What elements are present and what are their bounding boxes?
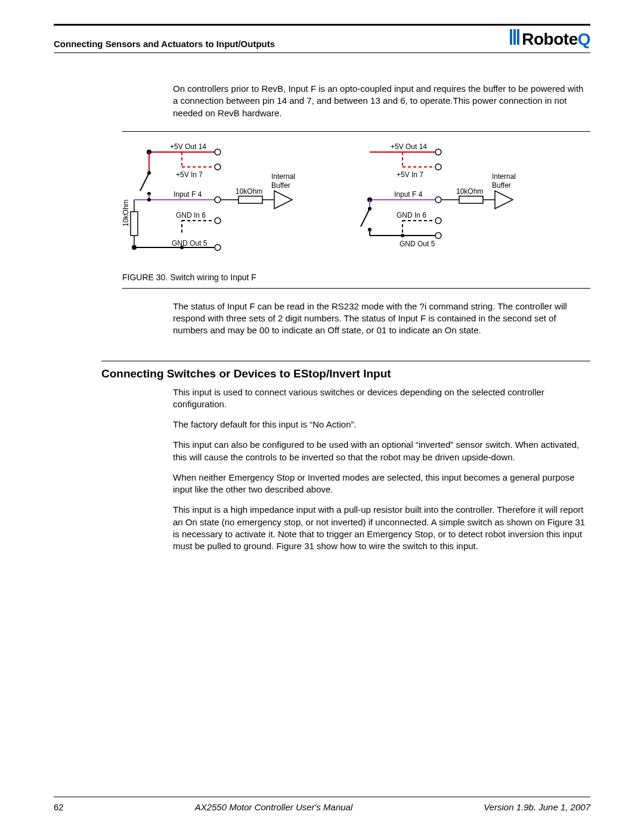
paragraph: On controllers prior to RevB, Input F is… — [173, 83, 590, 119]
svg-point-10 — [215, 197, 221, 203]
svg-rect-0 — [510, 29, 512, 45]
svg-point-33 — [435, 149, 441, 155]
svg-rect-40 — [459, 196, 483, 203]
label: GND In 6 — [397, 211, 426, 219]
label: GND In 6 — [176, 211, 206, 219]
label: 10kOhm — [236, 187, 262, 196]
label: +5V Out 14 — [391, 143, 427, 151]
header-bar: Connecting Sensors and Actuators to Inpu… — [54, 24, 590, 53]
label: 10kOhm — [456, 187, 483, 196]
section-header: Connecting Switches or Devices to EStop/… — [101, 361, 590, 380]
svg-line-23 — [140, 173, 149, 191]
paragraph: The status of Input F can be read in the… — [173, 301, 590, 337]
label: +5V In 7 — [176, 171, 203, 179]
content-area: On controllers prior to RevB, Input F is… — [54, 83, 590, 552]
svg-point-47 — [435, 233, 441, 239]
svg-marker-14 — [274, 191, 292, 209]
logo: RoboteQ — [510, 29, 590, 49]
svg-point-36 — [435, 164, 441, 170]
svg-line-51 — [361, 209, 370, 227]
label: GND Out 5 — [172, 239, 208, 247]
svg-rect-1 — [513, 29, 516, 45]
paragraph: When neither Emergency Stop or Inverted … — [173, 472, 590, 496]
schematic-svg: +5V Out 14 +5V In 7 Input F 4 10kOhm Int… — [122, 140, 564, 265]
paragraph: The factory default for this input is “N… — [173, 419, 590, 431]
paragraph: This input is used to connect various sw… — [173, 386, 590, 411]
label: Input F 4 — [174, 190, 202, 199]
page-number: 62 — [54, 802, 64, 812]
header-section-title: Connecting Sensors and Actuators to Inpu… — [54, 39, 275, 49]
svg-point-8 — [215, 164, 221, 170]
logo-bars-icon — [510, 29, 521, 49]
svg-point-31 — [147, 198, 151, 202]
svg-point-38 — [435, 197, 441, 203]
page: Connecting Sensors and Actuators to Inpu… — [0, 0, 644, 833]
footer-title: AX2550 Motor Controller User's Manual — [195, 802, 353, 812]
paragraph: This input can also be configured to be … — [173, 439, 590, 463]
label: Internal — [271, 172, 295, 181]
svg-point-52 — [368, 207, 371, 210]
svg-point-4 — [215, 149, 221, 155]
label: +5V Out 14 — [170, 143, 206, 151]
svg-point-24 — [147, 171, 151, 175]
footer: 62 AX2550 Motor Controller User's Manual… — [54, 797, 590, 812]
label: Internal — [492, 172, 516, 181]
section-heading: Connecting Switches or Devices to EStop/… — [101, 367, 590, 380]
logo-text-q: Q — [578, 30, 590, 49]
paragraph: This input is a high impedance input wit… — [173, 504, 590, 552]
svg-rect-2 — [517, 29, 519, 45]
label: +5V In 7 — [397, 171, 423, 179]
label: 10kOhm — [122, 199, 130, 226]
svg-point-45 — [435, 218, 441, 224]
label: Buffer — [271, 181, 290, 190]
label: GND Out 5 — [400, 240, 435, 248]
svg-rect-28 — [131, 212, 138, 236]
figure-caption: FIGURE 30. Switch wiring to Input F — [122, 272, 590, 289]
label: Buffer — [492, 181, 511, 190]
svg-rect-12 — [239, 196, 262, 203]
figure-30: +5V Out 14 +5V In 7 Input F 4 10kOhm Int… — [122, 131, 590, 268]
svg-point-19 — [215, 244, 221, 250]
svg-marker-42 — [495, 191, 513, 209]
footer-version: Version 1.9b. June 1, 2007 — [484, 802, 590, 812]
label: Input F 4 — [394, 190, 423, 199]
logo-text-main: Robote — [522, 30, 577, 49]
svg-point-48 — [401, 234, 404, 237]
svg-point-17 — [215, 218, 221, 224]
